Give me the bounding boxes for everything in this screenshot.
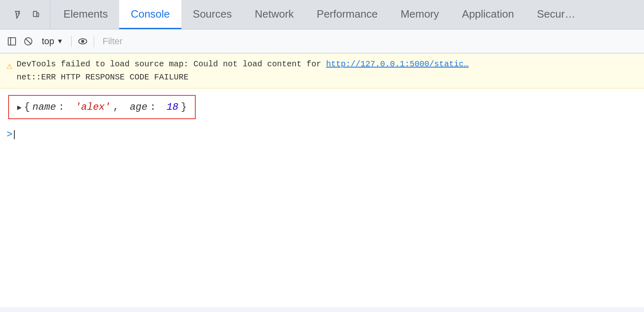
expand-triangle: ▶ (17, 103, 22, 112)
colon1: : (59, 102, 64, 113)
prompt-arrow: > (7, 129, 12, 140)
tab-sources[interactable]: Sources (181, 0, 243, 29)
devtools-icons (4, 0, 50, 29)
colon2: : (150, 102, 156, 113)
warning-text: DevTools failed to load source map: Coul… (16, 58, 637, 84)
tab-application[interactable]: Application (450, 0, 525, 29)
tab-memory[interactable]: Memory (389, 0, 450, 29)
inspect-icon[interactable] (11, 7, 25, 22)
console-content: ⚠ DevTools failed to load source map: Co… (0, 53, 644, 307)
context-dropdown[interactable]: top ▼ (38, 34, 67, 48)
comma: , (113, 102, 119, 113)
filter-input[interactable] (98, 34, 639, 49)
eye-icon[interactable] (76, 34, 90, 48)
tab-network[interactable]: Network (243, 0, 305, 29)
tab-elements[interactable]: Elements (52, 0, 119, 29)
warning-link[interactable]: http://127.0.0.1:5000/static… (326, 59, 469, 69)
open-brace: { (24, 102, 30, 113)
warning-message: ⚠ DevTools failed to load source map: Co… (0, 53, 644, 88)
warning-icon: ⚠ (7, 59, 12, 74)
cursor (14, 130, 15, 139)
val-age: 18 (167, 102, 179, 113)
svg-rect-2 (8, 38, 16, 45)
tab-console[interactable]: Console (119, 0, 181, 29)
tab-bar: Elements Console Sources Network Perform… (0, 0, 644, 29)
val-name: 'alex' (75, 102, 111, 113)
svg-rect-1 (37, 13, 39, 16)
device-toggle-icon[interactable] (29, 7, 43, 22)
console-prompt[interactable]: > (0, 126, 644, 143)
svg-rect-0 (34, 11, 37, 16)
tab-performance[interactable]: Performance (305, 0, 389, 29)
sidebar-toggle-icon[interactable] (5, 34, 19, 48)
close-brace: } (181, 102, 187, 113)
separator (71, 36, 72, 47)
key-age: age (130, 102, 147, 113)
svg-line-5 (25, 38, 31, 44)
console-object-output[interactable]: ▶ { name : 'alex' , age : 18 } (8, 95, 196, 119)
console-toolbar: top ▼ (0, 29, 644, 53)
separator2 (94, 36, 94, 47)
clear-console-icon[interactable] (21, 34, 35, 48)
svg-point-7 (82, 40, 84, 42)
tab-security[interactable]: Secur… (526, 0, 587, 29)
key-name: name (32, 102, 56, 113)
